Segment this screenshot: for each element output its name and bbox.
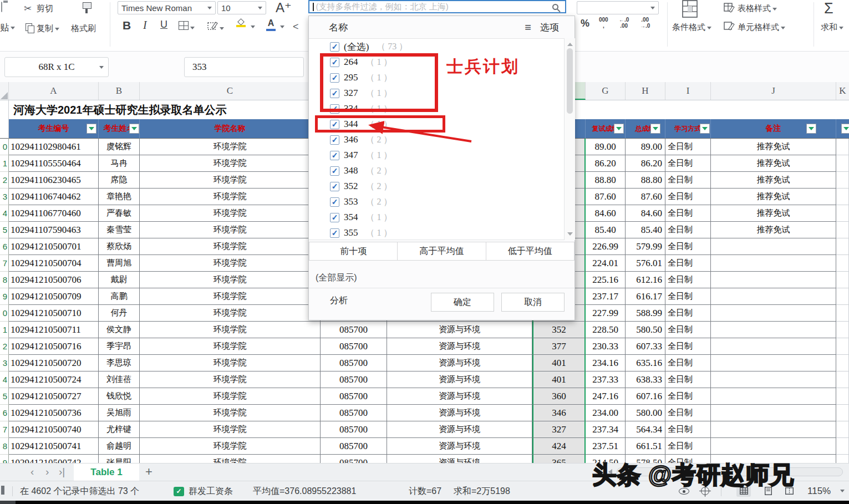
cell-college[interactable]: 环境学院 [140,205,321,222]
filter-button[interactable] [129,124,139,134]
cell-id[interactable]: 102941210500740 [9,421,99,438]
cell-id[interactable]: 102941210500724 [9,371,99,388]
analyze-label[interactable]: 分析 [330,295,348,307]
next-sheet-icon[interactable]: › [45,466,49,478]
cell-college[interactable]: 环境学院 [140,438,321,455]
cell-total[interactable]: 579.99 [626,238,665,255]
above-average-button[interactable]: 高于平均值 [398,242,486,261]
cell-k[interactable] [836,388,849,405]
col-letter-a[interactable]: A [9,82,99,100]
cell-mode[interactable]: 全日制 [665,288,711,305]
format-painter-button[interactable]: 格式刷 [71,23,96,34]
cell-major[interactable]: 资源与环境 [387,338,532,355]
cell-score2[interactable]: 237.34 [586,421,626,438]
cell-num[interactable]: 6 [0,405,9,421]
header-study-mode[interactable]: 学习方式 [665,119,711,139]
cell-major[interactable]: 资源与环境 [387,405,532,421]
top-ten-button[interactable]: 前十项 [309,242,398,261]
cell-name[interactable]: 季宇昂 [99,338,140,355]
filter-options-button[interactable]: 选项 [540,21,559,34]
cell-k[interactable] [836,255,849,272]
cell-name[interactable]: 秦雪莹 [99,222,140,238]
cell-college[interactable]: 环境学院 [140,322,321,338]
cell-score2[interactable]: 226.99 [586,238,626,255]
cell-remark[interactable] [711,338,836,355]
cell-college[interactable]: 环境学院 [140,338,321,355]
cell-college[interactable]: 环境学院 [140,272,321,288]
cell-num[interactable]: 2 [0,172,9,189]
cell-name[interactable]: 虞铭辉 [99,139,140,155]
cell-college[interactable]: 环境学院 [140,238,321,255]
percent-style-button[interactable]: % [581,18,589,29]
cell-score2[interactable]: 237.51 [586,438,626,455]
copy-button[interactable]: 复制 [37,23,59,34]
cell-id[interactable]: 102941210500720 [9,355,99,371]
cell-college[interactable]: 环境学院 [140,155,321,172]
cell-major[interactable]: 资源与环境 [387,371,532,388]
cell-mode[interactable]: 全日制 [665,371,711,388]
table-style-button[interactable]: 表格样式 [738,3,777,14]
cell-score1[interactable]: 346 [532,405,586,421]
cell-college[interactable]: 环境学院 [140,355,321,371]
filter-search-input[interactable]: (支持多条件过滤，例如：北京 上海) [308,0,566,13]
font-name-select[interactable]: Times New Roman [118,1,216,14]
font-color-button[interactable]: A [266,18,276,31]
col-letter-i[interactable]: I [665,82,711,100]
cell-num[interactable]: 5 [0,222,9,238]
font-size-select[interactable]: 10 [217,1,266,14]
cell-remark[interactable] [711,388,836,405]
decrease-decimal-button[interactable]: ←.0.00 [619,17,629,29]
cell-remark[interactable] [711,371,836,388]
checkbox-checked-icon[interactable]: ✓ [330,166,339,176]
cell-remark[interactable] [711,255,836,272]
chevron-down-icon[interactable] [840,490,845,492]
header-retest-score[interactable]: 复试成绩 [586,119,626,139]
sheet-tab[interactable]: Table 1 [74,464,139,481]
row-header[interactable] [0,100,9,119]
cell-total[interactable]: 607.33 [626,338,665,355]
cell-remark[interactable]: 推荐免试 [711,205,836,222]
increase-decimal-button[interactable]: .00→.0 [640,17,650,29]
cell-score2[interactable]: 227.99 [586,305,626,322]
header-name[interactable]: 考生姓名 [99,119,140,139]
cell-k[interactable] [836,155,849,172]
cell-num[interactable]: 4 [0,371,9,388]
cell-mode[interactable]: 全日制 [665,155,711,172]
cell-k[interactable] [836,338,849,355]
cut-button[interactable]: 剪切 [37,3,53,14]
cell-code[interactable]: 085700 [321,438,387,455]
cell-num[interactable]: 5 [0,388,9,405]
cell-name[interactable]: 席隐 [99,172,140,189]
cell-mode[interactable]: 全日制 [665,238,711,255]
cell-name[interactable]: 高鹏 [99,288,140,305]
cell-college[interactable]: 环境学院 [140,421,321,438]
cell-name[interactable]: 曹周旭 [99,255,140,272]
cell-id[interactable]: 102941107590463 [9,222,99,238]
cell-total[interactable]: 580.00 [626,405,665,421]
cell-remark[interactable]: 推荐免试 [711,139,836,155]
cell-k[interactable] [836,172,849,189]
cell-code[interactable]: 085700 [321,322,387,338]
cell-code[interactable]: 085700 [321,388,387,405]
cell-remark[interactable] [711,322,836,338]
cell-id[interactable]: 102941210500727 [9,388,99,405]
filter-button[interactable] [806,124,816,134]
cell-total[interactable]: 638.33 [626,371,665,388]
cell-remark[interactable]: 推荐免试 [711,155,836,172]
cell-id[interactable]: 102941210500711 [9,322,99,338]
cell-total[interactable]: 661.51 [626,438,665,455]
cell-name[interactable]: 何丹 [99,305,140,322]
cell-num[interactable]: 1 [0,322,9,338]
cell-style-button[interactable]: 单元格样式 [738,22,785,33]
cell-mode[interactable]: 全日制 [665,405,711,421]
cell-id[interactable]: 102941210500741 [9,438,99,455]
cell-num[interactable]: 0 [0,305,9,322]
grow-font-button[interactable]: A⁺ [276,0,292,16]
cell-total[interactable]: 616.17 [626,288,665,305]
filter-item[interactable]: ✓353（ 2 ） [309,194,564,210]
cell-k[interactable] [836,371,849,388]
cell-code[interactable]: 085700 [321,338,387,355]
scroll-thumb[interactable] [567,48,573,114]
cell-remark[interactable]: 推荐免试 [711,222,836,238]
cell-college[interactable]: 环境学院 [140,139,321,155]
